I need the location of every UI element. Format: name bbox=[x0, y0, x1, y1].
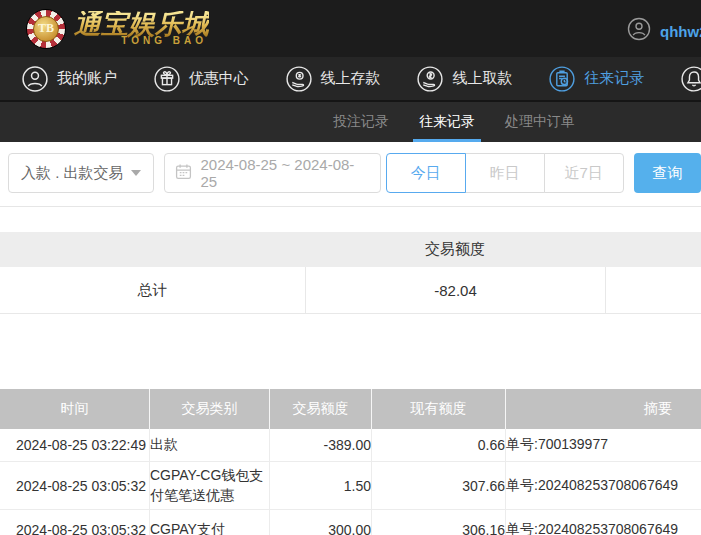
cell-balance: 307.66 bbox=[372, 462, 506, 509]
cell-balance: 306.16 bbox=[372, 510, 506, 535]
nav-label: 线上存款 bbox=[321, 69, 381, 88]
records-icon bbox=[549, 66, 575, 92]
avatar-icon bbox=[627, 17, 651, 45]
nav-item-promotions[interactable]: 优惠中心 bbox=[154, 66, 249, 92]
cell-time: 2024-08-25 03:22:49 bbox=[0, 429, 150, 461]
top-bar: TB 通宝娱乐城 TONG BAO qhhw2 bbox=[0, 0, 701, 57]
cell-memo: 单号:700139977 bbox=[506, 429, 701, 461]
nav-label: 我的账户 bbox=[57, 69, 117, 88]
gift-icon bbox=[154, 66, 180, 92]
transactions-table: 时间 交易类别 交易额度 现有额度 摘要 2024-08-25 03:22:49… bbox=[0, 389, 701, 535]
transaction-type-select[interactable]: 入款 . 出款交易 bbox=[8, 153, 154, 193]
nav-label: 优惠中心 bbox=[189, 69, 249, 88]
cell-type: CGPAY-CG钱包支付笔笔送优惠 bbox=[150, 462, 270, 509]
nav-item-my-account[interactable]: 我的账户 bbox=[22, 66, 117, 92]
withdraw-icon bbox=[417, 66, 443, 92]
account-menu[interactable]: qhhw2 bbox=[627, 17, 701, 45]
col-header-balance: 现有额度 bbox=[372, 389, 506, 429]
cell-balance: 0.66 bbox=[372, 429, 506, 461]
cell-time: 2024-08-25 03:05:32 bbox=[0, 462, 150, 509]
nav-item-deposit[interactable]: 线上存款 bbox=[286, 66, 381, 92]
tab-transaction-records[interactable]: 往来记录 bbox=[419, 102, 475, 142]
summary-total-value: -82.04 bbox=[305, 267, 605, 313]
summary-empty-cell bbox=[605, 267, 701, 313]
summary-total-label: 总计 bbox=[0, 267, 305, 313]
user-icon bbox=[22, 66, 48, 92]
today-button[interactable]: 今日 bbox=[386, 153, 466, 193]
cell-amount: -389.00 bbox=[270, 429, 372, 461]
date-range-input[interactable]: 2024-08-25 ~ 2024-08-25 bbox=[164, 153, 380, 193]
cell-type: 出款 bbox=[150, 429, 270, 461]
table-row: 2024-08-25 03:05:32 CGPAY-CG钱包支付笔笔送优惠 1.… bbox=[0, 462, 701, 510]
col-header-memo: 摘要 bbox=[506, 389, 701, 429]
table-row: 2024-08-25 03:05:32 CGPAY支付 300.00 306.1… bbox=[0, 510, 701, 535]
nav-item-transaction-records[interactable]: 往来记录 bbox=[549, 66, 644, 92]
cell-amount: 1.50 bbox=[270, 462, 372, 509]
search-button[interactable]: 查询 bbox=[634, 153, 701, 193]
table-row: 2024-08-25 03:22:49 出款 -389.00 0.66 单号:7… bbox=[0, 429, 701, 462]
yesterday-button[interactable]: 昨日 bbox=[465, 153, 545, 193]
cell-memo: 单号:202408253708067649 bbox=[506, 462, 701, 509]
casino-chip-icon: TB bbox=[26, 9, 66, 49]
nav-item-messages[interactable]: 信息 bbox=[681, 66, 701, 92]
username: qhhw2 bbox=[660, 23, 701, 40]
col-header-time: 时间 bbox=[0, 389, 150, 429]
summary-header-row: 交易额度 bbox=[0, 232, 701, 267]
tab-betting-records[interactable]: 投注记录 bbox=[333, 102, 389, 142]
nav-item-withdraw[interactable]: 线上取款 bbox=[417, 66, 512, 92]
summary-total-row: 总计 -82.04 bbox=[0, 267, 701, 314]
select-value: 入款 . 出款交易 bbox=[21, 164, 124, 183]
calendar-icon bbox=[175, 163, 192, 183]
chip-badge: TB bbox=[33, 16, 59, 42]
filter-bar: 入款 . 出款交易 2024-08-25 ~ 2024-08-25 今日 昨日 … bbox=[0, 142, 701, 207]
date-range-value: 2024-08-25 ~ 2024-08-25 bbox=[200, 156, 369, 190]
logo-text: 通宝娱乐城 TONG BAO bbox=[74, 11, 209, 46]
main-nav: 我的账户 优惠中心 线上存款 bbox=[0, 57, 701, 100]
summary-table: 交易额度 总计 -82.04 bbox=[0, 232, 701, 314]
site-logo[interactable]: TB 通宝娱乐城 TONG BAO bbox=[26, 9, 209, 49]
bell-icon bbox=[681, 66, 701, 92]
nav-label: 往来记录 bbox=[584, 69, 644, 88]
deposit-icon bbox=[286, 66, 312, 92]
cell-type: CGPAY支付 bbox=[150, 510, 270, 535]
nav-label: 线上取款 bbox=[452, 69, 512, 88]
last7days-button[interactable]: 近7日 bbox=[544, 153, 624, 193]
cell-amount: 300.00 bbox=[270, 510, 372, 535]
cell-time: 2024-08-25 03:05:32 bbox=[0, 510, 150, 535]
logo-title: 通宝娱乐城 bbox=[74, 11, 209, 38]
cell-memo: 单号:202408253708067649 bbox=[506, 510, 701, 535]
table-header-row: 时间 交易类别 交易额度 现有额度 摘要 bbox=[0, 389, 701, 429]
col-header-type: 交易类别 bbox=[150, 389, 270, 429]
summary-header-amount: 交易额度 bbox=[305, 240, 605, 259]
sub-tab-bar: 投注记录 往来记录 处理中订单 bbox=[0, 100, 701, 142]
chevron-down-icon bbox=[131, 170, 141, 176]
col-header-amount: 交易额度 bbox=[270, 389, 372, 429]
tab-pending-orders[interactable]: 处理中订单 bbox=[505, 102, 575, 142]
quick-date-group: 今日 昨日 近7日 bbox=[386, 153, 624, 193]
